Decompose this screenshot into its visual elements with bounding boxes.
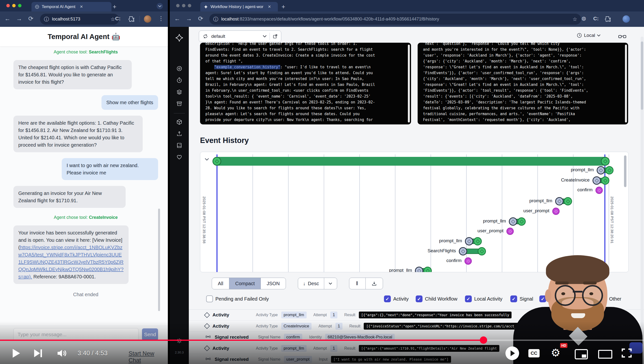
view-option-json[interactable]: JSON — [261, 278, 286, 289]
input-payload-panel[interactable]: description": "Help the user gather args… — [200, 43, 411, 124]
activity-scheduled-node[interactable] — [592, 176, 601, 185]
pause-updates-button[interactable]: ‖ — [349, 278, 366, 289]
schedules-icon[interactable] — [176, 77, 182, 84]
code-scrollbar[interactable] — [408, 45, 410, 122]
minimize-window-button[interactable] — [12, 4, 16, 7]
activity-completed-node[interactable] — [564, 197, 572, 206]
signal-node[interactable] — [464, 258, 472, 265]
activity-completed-node[interactable] — [518, 218, 526, 226]
signal-node[interactable] — [506, 228, 514, 235]
autoplay-toggle[interactable] — [506, 346, 519, 360]
playhead-dot[interactable] — [480, 336, 487, 344]
site-info-icon[interactable]: ⓘ — [213, 16, 218, 23]
invoice-link[interactable]: https://invoice.stripe.com/i/acct_1NBOLu… — [18, 245, 124, 279]
site-info-icon[interactable]: ⓘ — [44, 16, 49, 23]
settings-gear-icon[interactable]: ⚙ — [551, 346, 560, 359]
data-encoder-glasses-icon[interactable] — [618, 34, 626, 40]
checkbox-checked[interactable]: ✓ — [465, 296, 472, 302]
checkbox-unchecked[interactable] — [206, 296, 213, 302]
checkbox-checked[interactable]: ✓ — [416, 296, 422, 302]
new-tab-button[interactable]: + — [282, 3, 285, 10]
activity-scheduled-node[interactable] — [465, 237, 473, 246]
download-history-button[interactable] — [366, 278, 383, 289]
timeline-scrollbar[interactable] — [624, 156, 626, 187]
batch-operations-icon[interactable] — [176, 89, 182, 95]
labs-cube-icon[interactable] — [176, 119, 182, 125]
theater-mode-button[interactable] — [598, 350, 612, 359]
back-button[interactable]: ← — [174, 15, 180, 22]
signal-node[interactable] — [596, 187, 603, 194]
progress-bar-played[interactable] — [0, 340, 484, 341]
type-filter-local-activity[interactable]: ✓Local Activity — [465, 296, 502, 302]
activity-completed-node[interactable] — [601, 176, 609, 185]
activity-completed-node[interactable] — [474, 237, 482, 246]
forward-button[interactable]: → — [186, 15, 192, 22]
close-window-button[interactable] — [176, 4, 180, 7]
namespace-selector[interactable]: default — [199, 30, 281, 42]
chat-message-list[interactable]: Agent chose tool: SearchFlightsThe cheap… — [0, 46, 168, 326]
sort-menu-button[interactable] — [324, 278, 337, 289]
event-timeline[interactable]: 2025-01-08 PST 12:35:38.56 2025-01-08 PS… — [200, 152, 629, 272]
close-tab-icon[interactable]: ✕ — [80, 4, 83, 9]
activity-scheduled-node[interactable] — [509, 218, 517, 226]
new-tab-button[interactable]: + — [113, 3, 116, 10]
workflows-icon[interactable] — [176, 66, 182, 72]
password-manager-icon[interactable]: ◍ — [582, 15, 586, 21]
tab-workflow-history[interactable]: Workflow History | agent-wor ✕ — [200, 2, 278, 12]
activity-scheduled-node[interactable] — [555, 197, 564, 206]
forward-button[interactable]: → — [16, 15, 22, 22]
reload-button[interactable]: ⟳ — [28, 15, 34, 22]
window-controls[interactable] — [176, 4, 191, 7]
captions-button[interactable]: CC — [528, 349, 540, 358]
zoom-window-button[interactable] — [188, 4, 191, 7]
import-icon[interactable] — [176, 130, 182, 137]
extension-c-icon[interactable]: C: — [115, 16, 120, 22]
miniplayer-button[interactable] — [575, 349, 588, 359]
bookmark-star-icon[interactable]: ☆ — [110, 16, 115, 22]
workflow-execution-bar[interactable] — [217, 157, 605, 166]
bookmark-star-icon[interactable]: ☆ — [572, 16, 577, 22]
zoom-window-button[interactable] — [18, 4, 22, 7]
extensions-puzzle-icon[interactable] — [128, 16, 135, 22]
progress-bar-remaining[interactable] — [484, 340, 644, 341]
activity-completed-node[interactable] — [605, 166, 614, 174]
extension-c-icon[interactable]: C: — [593, 16, 599, 22]
profile-avatar[interactable] — [144, 15, 151, 23]
view-option-compact[interactable]: Compact — [229, 278, 261, 289]
temporal-logo-icon[interactable] — [175, 34, 184, 42]
back-button[interactable]: ← — [4, 15, 10, 22]
tab-temporal-ai-agent[interactable]: Temporal AI Agent ✕ — [32, 2, 112, 12]
tab-search-button[interactable] — [156, 3, 163, 9]
activity-completed-node[interactable] — [478, 247, 486, 256]
signal-node[interactable] — [552, 208, 560, 215]
close-window-button[interactable] — [6, 4, 10, 7]
activity-scheduled-node[interactable] — [415, 267, 423, 272]
sort-desc-button[interactable]: ↓Desc — [298, 278, 324, 289]
type-filter-child-workflow[interactable]: ✓Child Workflow — [416, 296, 458, 302]
activity-scheduled-node[interactable] — [597, 166, 605, 174]
open-external-icon[interactable] — [273, 34, 278, 39]
reload-button[interactable]: ⟳ — [198, 15, 203, 22]
code-scrollbar[interactable] — [625, 45, 627, 122]
chat-scrollbar[interactable] — [158, 208, 160, 311]
pending-failed-filter[interactable]: Pending and Failed Only — [206, 296, 269, 302]
address-bar[interactable]: ⓘ localhost:8233/namespaces/default/work… — [209, 14, 581, 25]
extensions-puzzle-icon[interactable] — [605, 16, 611, 22]
address-bar[interactable]: ⓘ localhost:5173 ☆ — [40, 14, 119, 25]
close-tab-icon[interactable]: ✕ — [268, 4, 271, 9]
profile-avatar[interactable] — [622, 15, 630, 23]
volume-icon[interactable] — [56, 348, 67, 358]
browser-menu-icon[interactable]: ⋮ — [158, 15, 164, 22]
play-button[interactable] — [13, 349, 20, 358]
activity-scheduled-node[interactable] — [459, 247, 467, 256]
workflow-start-node[interactable] — [212, 157, 221, 166]
minimize-window-button[interactable] — [182, 4, 186, 7]
checkbox-checked[interactable]: ✓ — [384, 296, 391, 302]
conversation-payload-panel[interactable]: 'next': 'question'}, 'response': "Could … — [418, 43, 628, 124]
archive-icon[interactable] — [176, 100, 182, 107]
window-controls[interactable] — [6, 4, 22, 7]
type-filter-activity[interactable]: ✓Activity — [384, 296, 408, 302]
timezone-selector[interactable]: Local — [577, 33, 600, 38]
feedback-heart-icon[interactable] — [176, 154, 182, 160]
view-option-all[interactable]: All — [212, 278, 229, 289]
